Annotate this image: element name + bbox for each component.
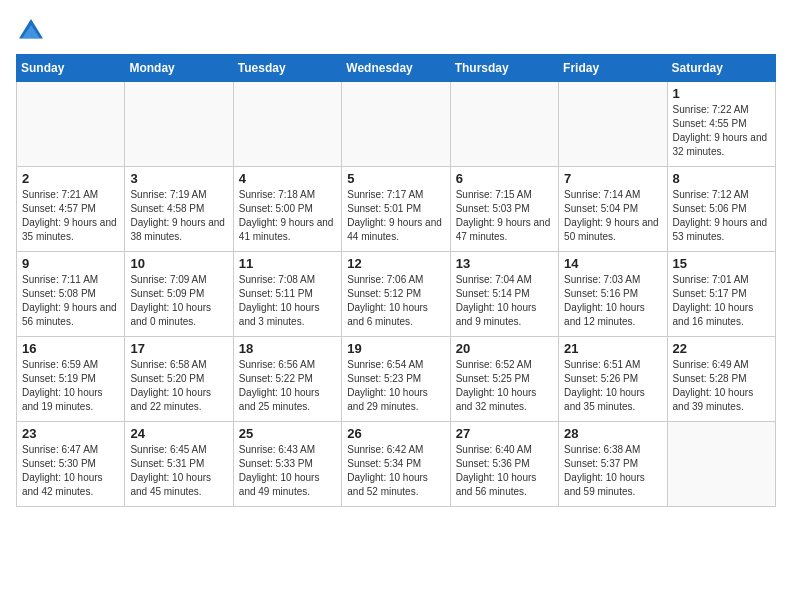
day-number: 18 [239, 341, 336, 356]
calendar-week-row: 2Sunrise: 7:21 AM Sunset: 4:57 PM Daylig… [17, 167, 776, 252]
day-info: Sunrise: 6:51 AM Sunset: 5:26 PM Dayligh… [564, 358, 661, 414]
day-number: 14 [564, 256, 661, 271]
calendar-day-cell: 8Sunrise: 7:12 AM Sunset: 5:06 PM Daylig… [667, 167, 775, 252]
calendar-day-cell: 16Sunrise: 6:59 AM Sunset: 5:19 PM Dayli… [17, 337, 125, 422]
calendar-day-cell: 15Sunrise: 7:01 AM Sunset: 5:17 PM Dayli… [667, 252, 775, 337]
calendar-day-cell [125, 82, 233, 167]
calendar-header-wednesday: Wednesday [342, 55, 450, 82]
day-number: 11 [239, 256, 336, 271]
calendar-day-cell: 22Sunrise: 6:49 AM Sunset: 5:28 PM Dayli… [667, 337, 775, 422]
day-info: Sunrise: 7:18 AM Sunset: 5:00 PM Dayligh… [239, 188, 336, 244]
day-info: Sunrise: 7:14 AM Sunset: 5:04 PM Dayligh… [564, 188, 661, 244]
calendar-day-cell: 19Sunrise: 6:54 AM Sunset: 5:23 PM Dayli… [342, 337, 450, 422]
day-info: Sunrise: 7:15 AM Sunset: 5:03 PM Dayligh… [456, 188, 553, 244]
day-info: Sunrise: 6:40 AM Sunset: 5:36 PM Dayligh… [456, 443, 553, 499]
day-info: Sunrise: 6:59 AM Sunset: 5:19 PM Dayligh… [22, 358, 119, 414]
calendar-day-cell: 5Sunrise: 7:17 AM Sunset: 5:01 PM Daylig… [342, 167, 450, 252]
calendar-header-friday: Friday [559, 55, 667, 82]
logo [16, 16, 50, 46]
day-info: Sunrise: 7:19 AM Sunset: 4:58 PM Dayligh… [130, 188, 227, 244]
day-info: Sunrise: 6:42 AM Sunset: 5:34 PM Dayligh… [347, 443, 444, 499]
calendar-week-row: 23Sunrise: 6:47 AM Sunset: 5:30 PM Dayli… [17, 422, 776, 507]
day-info: Sunrise: 6:43 AM Sunset: 5:33 PM Dayligh… [239, 443, 336, 499]
calendar-day-cell [17, 82, 125, 167]
day-number: 28 [564, 426, 661, 441]
calendar-day-cell: 17Sunrise: 6:58 AM Sunset: 5:20 PM Dayli… [125, 337, 233, 422]
day-info: Sunrise: 7:09 AM Sunset: 5:09 PM Dayligh… [130, 273, 227, 329]
day-number: 25 [239, 426, 336, 441]
day-info: Sunrise: 6:49 AM Sunset: 5:28 PM Dayligh… [673, 358, 770, 414]
calendar-day-cell: 21Sunrise: 6:51 AM Sunset: 5:26 PM Dayli… [559, 337, 667, 422]
day-number: 15 [673, 256, 770, 271]
day-info: Sunrise: 7:11 AM Sunset: 5:08 PM Dayligh… [22, 273, 119, 329]
calendar-day-cell: 6Sunrise: 7:15 AM Sunset: 5:03 PM Daylig… [450, 167, 558, 252]
day-info: Sunrise: 6:56 AM Sunset: 5:22 PM Dayligh… [239, 358, 336, 414]
day-number: 23 [22, 426, 119, 441]
day-number: 22 [673, 341, 770, 356]
day-number: 6 [456, 171, 553, 186]
day-info: Sunrise: 6:52 AM Sunset: 5:25 PM Dayligh… [456, 358, 553, 414]
day-info: Sunrise: 6:58 AM Sunset: 5:20 PM Dayligh… [130, 358, 227, 414]
day-number: 12 [347, 256, 444, 271]
day-info: Sunrise: 7:04 AM Sunset: 5:14 PM Dayligh… [456, 273, 553, 329]
calendar-header-row: SundayMondayTuesdayWednesdayThursdayFrid… [17, 55, 776, 82]
day-info: Sunrise: 6:38 AM Sunset: 5:37 PM Dayligh… [564, 443, 661, 499]
calendar-header-monday: Monday [125, 55, 233, 82]
calendar-day-cell: 26Sunrise: 6:42 AM Sunset: 5:34 PM Dayli… [342, 422, 450, 507]
day-number: 1 [673, 86, 770, 101]
calendar-day-cell: 28Sunrise: 6:38 AM Sunset: 5:37 PM Dayli… [559, 422, 667, 507]
calendar-day-cell: 18Sunrise: 6:56 AM Sunset: 5:22 PM Dayli… [233, 337, 341, 422]
calendar-day-cell: 3Sunrise: 7:19 AM Sunset: 4:58 PM Daylig… [125, 167, 233, 252]
calendar-day-cell: 2Sunrise: 7:21 AM Sunset: 4:57 PM Daylig… [17, 167, 125, 252]
day-number: 26 [347, 426, 444, 441]
day-info: Sunrise: 6:45 AM Sunset: 5:31 PM Dayligh… [130, 443, 227, 499]
day-info: Sunrise: 6:54 AM Sunset: 5:23 PM Dayligh… [347, 358, 444, 414]
calendar-day-cell: 23Sunrise: 6:47 AM Sunset: 5:30 PM Dayli… [17, 422, 125, 507]
calendar-day-cell [342, 82, 450, 167]
day-number: 10 [130, 256, 227, 271]
day-number: 16 [22, 341, 119, 356]
calendar-week-row: 16Sunrise: 6:59 AM Sunset: 5:19 PM Dayli… [17, 337, 776, 422]
calendar-day-cell: 12Sunrise: 7:06 AM Sunset: 5:12 PM Dayli… [342, 252, 450, 337]
calendar-day-cell: 4Sunrise: 7:18 AM Sunset: 5:00 PM Daylig… [233, 167, 341, 252]
calendar-day-cell [450, 82, 558, 167]
day-number: 24 [130, 426, 227, 441]
day-number: 20 [456, 341, 553, 356]
day-number: 8 [673, 171, 770, 186]
calendar-day-cell: 20Sunrise: 6:52 AM Sunset: 5:25 PM Dayli… [450, 337, 558, 422]
page-header [16, 16, 776, 46]
day-number: 2 [22, 171, 119, 186]
day-number: 3 [130, 171, 227, 186]
calendar-week-row: 1Sunrise: 7:22 AM Sunset: 4:55 PM Daylig… [17, 82, 776, 167]
calendar-header-tuesday: Tuesday [233, 55, 341, 82]
day-number: 17 [130, 341, 227, 356]
day-info: Sunrise: 7:06 AM Sunset: 5:12 PM Dayligh… [347, 273, 444, 329]
day-info: Sunrise: 7:12 AM Sunset: 5:06 PM Dayligh… [673, 188, 770, 244]
calendar-day-cell: 10Sunrise: 7:09 AM Sunset: 5:09 PM Dayli… [125, 252, 233, 337]
calendar-header-sunday: Sunday [17, 55, 125, 82]
day-number: 5 [347, 171, 444, 186]
calendar-day-cell: 9Sunrise: 7:11 AM Sunset: 5:08 PM Daylig… [17, 252, 125, 337]
calendar-day-cell [559, 82, 667, 167]
calendar-header-saturday: Saturday [667, 55, 775, 82]
day-number: 7 [564, 171, 661, 186]
calendar-day-cell: 14Sunrise: 7:03 AM Sunset: 5:16 PM Dayli… [559, 252, 667, 337]
day-number: 21 [564, 341, 661, 356]
day-info: Sunrise: 7:21 AM Sunset: 4:57 PM Dayligh… [22, 188, 119, 244]
day-number: 4 [239, 171, 336, 186]
day-info: Sunrise: 7:03 AM Sunset: 5:16 PM Dayligh… [564, 273, 661, 329]
day-info: Sunrise: 6:47 AM Sunset: 5:30 PM Dayligh… [22, 443, 119, 499]
calendar-day-cell [233, 82, 341, 167]
calendar-day-cell: 24Sunrise: 6:45 AM Sunset: 5:31 PM Dayli… [125, 422, 233, 507]
day-info: Sunrise: 7:08 AM Sunset: 5:11 PM Dayligh… [239, 273, 336, 329]
day-number: 19 [347, 341, 444, 356]
calendar-day-cell [667, 422, 775, 507]
day-number: 9 [22, 256, 119, 271]
calendar-day-cell: 25Sunrise: 6:43 AM Sunset: 5:33 PM Dayli… [233, 422, 341, 507]
logo-icon [16, 16, 46, 46]
calendar-day-cell: 13Sunrise: 7:04 AM Sunset: 5:14 PM Dayli… [450, 252, 558, 337]
calendar-day-cell: 7Sunrise: 7:14 AM Sunset: 5:04 PM Daylig… [559, 167, 667, 252]
day-info: Sunrise: 7:17 AM Sunset: 5:01 PM Dayligh… [347, 188, 444, 244]
calendar-day-cell: 27Sunrise: 6:40 AM Sunset: 5:36 PM Dayli… [450, 422, 558, 507]
calendar-day-cell: 11Sunrise: 7:08 AM Sunset: 5:11 PM Dayli… [233, 252, 341, 337]
